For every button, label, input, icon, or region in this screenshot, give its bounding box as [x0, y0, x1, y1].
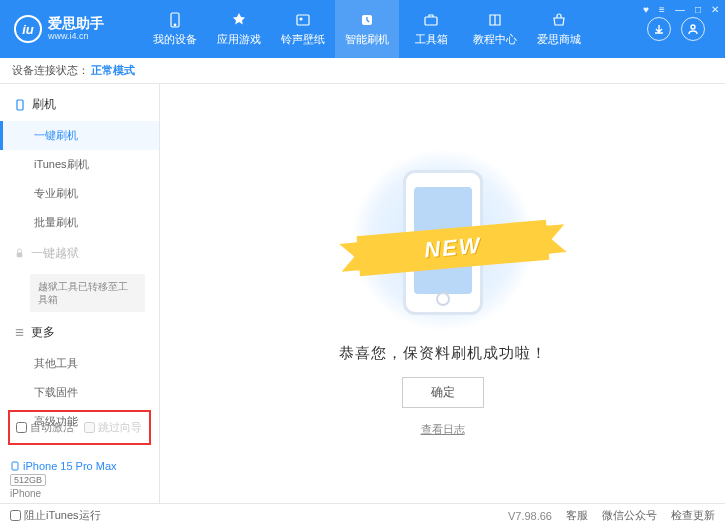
footer-link-wechat[interactable]: 微信公众号	[602, 508, 657, 523]
user-button[interactable]	[681, 17, 705, 41]
store-icon	[550, 11, 568, 29]
minimize-icon[interactable]: —	[675, 4, 685, 15]
nav-label: 智能刷机	[345, 32, 389, 47]
status-value: 正常模式	[91, 63, 135, 78]
nav-label: 铃声壁纸	[281, 32, 325, 47]
svg-point-6	[691, 25, 695, 29]
title-bar: ♥ ≡ — □ ✕ iu 爱思助手 www.i4.cn 我的设备 应用游戏 铃声…	[0, 0, 725, 58]
footer-link-support[interactable]: 客服	[566, 508, 588, 523]
maximize-icon[interactable]: □	[695, 4, 701, 15]
nav-store[interactable]: 爱思商城	[527, 0, 591, 58]
nav-my-device[interactable]: 我的设备	[143, 0, 207, 58]
sidebar-section-jailbreak: 一键越狱	[0, 237, 159, 270]
footer-bar: 阻止iTunes运行 V7.98.66 客服 微信公众号 检查更新	[0, 503, 725, 527]
sidebar-item-other-tools[interactable]: 其他工具	[0, 349, 159, 378]
nav-toolbox[interactable]: 工具箱	[399, 0, 463, 58]
download-button[interactable]	[647, 17, 671, 41]
skip-guide-checkbox[interactable]: 跳过向导	[84, 420, 142, 435]
ok-button[interactable]: 确定	[402, 377, 484, 408]
nav-ringtone[interactable]: 铃声壁纸	[271, 0, 335, 58]
device-name[interactable]: iPhone 15 Pro Max	[10, 460, 149, 472]
svg-rect-2	[297, 15, 309, 25]
phone-icon	[10, 461, 20, 471]
lock-icon	[14, 248, 25, 259]
top-nav: 我的设备 应用游戏 铃声壁纸 智能刷机 工具箱 教程中心 爱思商城	[143, 0, 591, 58]
sidebar-item-pro-flash[interactable]: 专业刷机	[0, 179, 159, 208]
success-illustration: NEW	[348, 150, 538, 330]
success-message: 恭喜您，保资料刷机成功啦！	[339, 344, 547, 363]
jailbreak-notice: 越狱工具已转移至工具箱	[30, 274, 145, 312]
close-icon[interactable]: ✕	[711, 4, 719, 15]
window-controls: ♥ ≡ — □ ✕	[643, 4, 719, 15]
view-log-link[interactable]: 查看日志	[421, 422, 465, 437]
nav-tutorial[interactable]: 教程中心	[463, 0, 527, 58]
svg-rect-8	[17, 253, 23, 258]
brand-title: 爱思助手	[48, 16, 104, 31]
nav-label: 教程中心	[473, 32, 517, 47]
phone-icon	[166, 11, 184, 29]
svg-point-3	[300, 18, 302, 20]
auto-activate-checkbox[interactable]: 自动激活	[16, 420, 74, 435]
book-icon	[486, 11, 504, 29]
svg-point-1	[174, 24, 176, 26]
svg-rect-7	[17, 100, 23, 110]
sidebar: 刷机 一键刷机 iTunes刷机 专业刷机 批量刷机 一键越狱 越狱工具已转移至…	[0, 84, 160, 503]
version-label: V7.98.66	[508, 510, 552, 522]
phone-icon	[14, 99, 26, 111]
highlighted-options: 自动激活 跳过向导	[8, 410, 151, 445]
nav-label: 工具箱	[415, 32, 448, 47]
app-icon	[230, 11, 248, 29]
nav-apps[interactable]: 应用游戏	[207, 0, 271, 58]
status-bar: 设备连接状态： 正常模式	[0, 58, 725, 84]
status-label: 设备连接状态：	[12, 63, 89, 78]
nav-label: 爱思商城	[537, 32, 581, 47]
logo-icon: iu	[14, 15, 42, 43]
brand-subtitle: www.i4.cn	[48, 32, 104, 42]
sidebar-item-batch-flash[interactable]: 批量刷机	[0, 208, 159, 237]
block-itunes-checkbox[interactable]: 阻止iTunes运行	[10, 508, 101, 523]
list-icon	[14, 327, 25, 338]
image-icon	[294, 11, 312, 29]
sidebar-item-oneclick-flash[interactable]: 一键刷机	[0, 121, 159, 150]
nav-label: 应用游戏	[217, 32, 261, 47]
sidebar-section-more[interactable]: 更多	[0, 316, 159, 349]
menu-icon[interactable]: ≡	[659, 4, 665, 15]
device-storage: 512GB	[10, 474, 46, 486]
flash-icon	[358, 11, 376, 29]
footer-link-update[interactable]: 检查更新	[671, 508, 715, 523]
nav-label: 我的设备	[153, 32, 197, 47]
sidebar-item-download-firmware[interactable]: 下载固件	[0, 378, 159, 407]
device-info: iPhone 15 Pro Max 512GB iPhone	[10, 460, 149, 499]
device-type: iPhone	[10, 488, 149, 499]
svg-rect-9	[12, 462, 18, 470]
toolbox-icon	[422, 11, 440, 29]
brand-logo: iu 爱思助手 www.i4.cn	[8, 15, 143, 43]
main-content: NEW 恭喜您，保资料刷机成功啦！ 确定 查看日志	[160, 84, 725, 503]
sidebar-item-itunes-flash[interactable]: iTunes刷机	[0, 150, 159, 179]
sidebar-section-flash[interactable]: 刷机	[0, 88, 159, 121]
nav-flash[interactable]: 智能刷机	[335, 0, 399, 58]
sync-icon[interactable]: ♥	[643, 4, 649, 15]
svg-rect-5	[425, 17, 437, 25]
